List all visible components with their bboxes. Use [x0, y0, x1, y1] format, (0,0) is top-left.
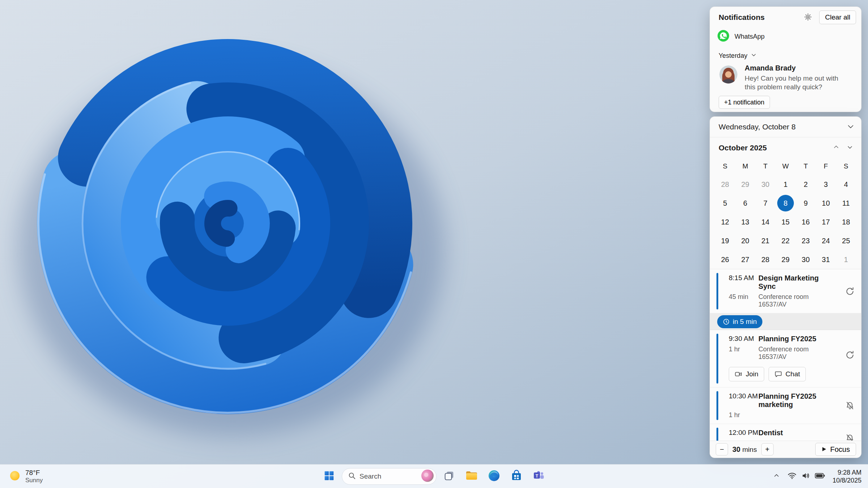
search-placeholder: Search — [359, 472, 417, 480]
calendar-day[interactable]: 3 — [817, 176, 834, 193]
calendar-day[interactable]: 25 — [838, 232, 854, 249]
notifications-header: Notifications Clear all — [719, 10, 856, 25]
hidden-icons-chevron-icon — [773, 472, 780, 481]
store-button[interactable] — [507, 467, 526, 486]
taskbar-center: Search — [319, 465, 549, 488]
start-focus-button[interactable]: Focus — [815, 443, 856, 456]
play-icon — [821, 445, 827, 454]
calendar-day[interactable]: 30 — [757, 176, 774, 193]
notification-message: Hey! Can you help me out with this probl… — [745, 74, 849, 91]
calendar-day[interactable]: 5 — [717, 195, 733, 211]
svg-text:T: T — [536, 473, 539, 478]
increase-duration-button[interactable]: + — [761, 443, 774, 455]
calendar-day[interactable]: 13 — [737, 214, 754, 230]
calendar-day[interactable]: 15 — [777, 214, 794, 230]
clock-time: 9:28 AM — [833, 468, 861, 476]
calendar-day[interactable]: 27 — [737, 251, 754, 268]
video-icon — [735, 370, 743, 378]
bell-off-icon — [845, 433, 855, 442]
day-of-week-header: S — [844, 162, 848, 170]
notification-item[interactable]: Amanda Brady Hey! Can you help me out wi… — [710, 63, 861, 95]
calendar-day[interactable]: 12 — [717, 214, 733, 230]
reminder-label: in 5 min — [733, 318, 757, 326]
agenda-list: 8:15 AMDesign Marketing Sync45 minConfer… — [710, 269, 861, 441]
chat-button[interactable]: Chat — [769, 367, 806, 381]
calendar-day[interactable]: 24 — [817, 232, 834, 249]
calendar-day[interactable]: 1 — [838, 251, 854, 268]
taskbar-search-box[interactable]: Search — [342, 468, 437, 485]
event-duration: 1 hr — [729, 411, 758, 419]
chat-icon — [774, 370, 782, 378]
battery-icon — [815, 473, 825, 480]
agenda-event[interactable]: 8:15 AMDesign Marketing Sync45 minConfer… — [710, 269, 861, 313]
network-volume-battery-button[interactable] — [784, 468, 828, 485]
more-notifications-button[interactable]: +1 notification — [719, 96, 770, 109]
calendar-day[interactable]: 7 — [757, 195, 774, 211]
file-explorer-button[interactable] — [462, 467, 481, 486]
calendar-day-today[interactable]: 8 — [777, 195, 794, 211]
bell-off-icon — [845, 401, 855, 410]
calendar-day[interactable]: 16 — [797, 214, 814, 230]
action-label: Join — [746, 370, 758, 378]
task-view-button[interactable] — [439, 467, 459, 486]
calendar-date-header: Wednesday, October 8 — [710, 117, 861, 137]
weather-widget[interactable]: 78°F Sunny — [4, 467, 47, 486]
calendar-day[interactable]: 18 — [838, 214, 854, 230]
previous-month-button[interactable] — [829, 141, 843, 155]
desktop: Notifications Clear all — [0, 0, 868, 488]
notification-app-group[interactable]: WhatsApp — [717, 29, 854, 44]
notification-group-label: Yesterday — [719, 52, 747, 60]
calendar-day[interactable]: 31 — [817, 251, 834, 268]
next-month-button[interactable] — [843, 141, 857, 155]
notification-app-name: WhatsApp — [735, 33, 765, 40]
calendar-day[interactable]: 26 — [717, 251, 733, 268]
calendar-day[interactable]: 29 — [777, 251, 794, 268]
event-time: 9:30 AM — [729, 335, 758, 343]
calendar-day[interactable]: 23 — [797, 232, 814, 249]
join-button[interactable]: Join — [729, 367, 764, 381]
minus-label: − — [720, 445, 724, 454]
calendar-day[interactable]: 29 — [737, 176, 754, 193]
clear-all-button[interactable]: Clear all — [819, 10, 856, 24]
collapse-calendar-button[interactable] — [844, 120, 858, 134]
start-button[interactable] — [319, 467, 339, 486]
volume-icon — [801, 471, 810, 482]
notification-settings-button[interactable] — [801, 10, 815, 24]
calendar-month-nav: October 2025 — [710, 138, 861, 158]
calendar-day[interactable]: 21 — [757, 232, 774, 249]
teams-chat-button[interactable]: T — [529, 467, 549, 486]
agenda-event[interactable]: 12:00 PMDentist1 hrRedmond Dentistry — [710, 424, 861, 441]
calendar-day[interactable]: 14 — [757, 214, 774, 230]
calendar-day[interactable]: 28 — [717, 176, 733, 193]
decrease-duration-button[interactable]: − — [716, 443, 728, 455]
agenda-event[interactable]: 9:30 AMPlanning FY20251 hrConference roo… — [710, 330, 861, 388]
calendar-day[interactable]: 9 — [797, 195, 814, 211]
calendar-day[interactable]: 30 — [797, 251, 814, 268]
repeat-icon — [845, 287, 855, 296]
calendar-day[interactable]: 19 — [717, 232, 733, 249]
calendar-day[interactable]: 20 — [737, 232, 754, 249]
calendar-day[interactable]: 28 — [757, 251, 774, 268]
event-title: Planning FY2025 marketing — [758, 392, 838, 409]
month-label: October 2025 — [719, 144, 829, 152]
calendar-day[interactable]: 6 — [737, 195, 754, 211]
daily-image-thumbnail — [421, 469, 434, 484]
calendar-day[interactable]: 11 — [838, 195, 854, 211]
system-tray: 9:28 AM 10/8/2025 — [770, 465, 865, 488]
edge-button[interactable] — [484, 467, 504, 486]
weather-condition: Sunny — [25, 477, 43, 484]
calendar-day[interactable]: 4 — [838, 176, 854, 193]
calendar-day[interactable]: 10 — [817, 195, 834, 211]
calendar-day[interactable]: 17 — [817, 214, 834, 230]
calendar-day[interactable]: 1 — [777, 176, 794, 193]
calendar-day[interactable]: 2 — [797, 176, 814, 193]
notification-center-panel: Notifications Clear all — [710, 7, 861, 458]
hidden-icons-button[interactable] — [770, 468, 783, 485]
clock-widget[interactable]: 9:28 AM 10/8/2025 — [829, 468, 865, 484]
notification-group-toggle[interactable]: Yesterday — [719, 50, 757, 61]
file-explorer-icon — [465, 469, 478, 484]
calendar-day[interactable]: 22 — [777, 232, 794, 249]
day-of-week-header: S — [723, 162, 728, 170]
event-accent-bar — [716, 428, 718, 441]
agenda-event[interactable]: 10:30 AMPlanning FY2025 marketing1 hr — [710, 388, 861, 424]
